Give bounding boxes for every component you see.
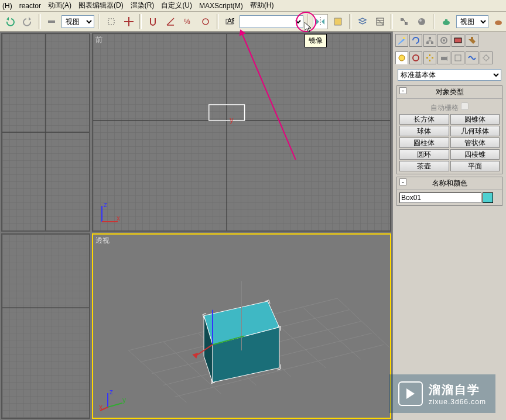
menu-bar: (H) reactor 动画(A) 图表编辑器(D) 渲染(R) 自定义(U) … <box>0 0 506 12</box>
svg-text:y: y <box>122 396 126 404</box>
geosphere-button[interactable]: 几何球体 <box>450 126 500 136</box>
svg-point-61 <box>399 55 405 61</box>
svg-rect-2 <box>108 19 114 25</box>
autogrid-checkbox[interactable] <box>461 102 469 110</box>
angle-snap-button[interactable] <box>163 14 178 29</box>
svg-text:x: x <box>117 214 120 222</box>
box-geometry <box>192 281 281 383</box>
tab-motion[interactable] <box>437 34 450 47</box>
svg-rect-57 <box>431 42 433 44</box>
undo-button[interactable] <box>2 14 18 29</box>
viewport-grid <box>2 235 89 418</box>
move-button[interactable] <box>121 14 136 29</box>
link-button[interactable] <box>45 14 60 29</box>
menu-item[interactable]: MAXScript(M) <box>199 2 243 10</box>
select-button[interactable] <box>104 14 119 29</box>
svg-point-11 <box>419 19 422 22</box>
color-swatch[interactable] <box>483 192 493 203</box>
selection-set-select[interactable] <box>240 15 303 28</box>
subtab-lights[interactable] <box>423 51 436 64</box>
torus-button[interactable]: 圆环 <box>399 149 449 160</box>
menu-item[interactable]: 渲染(R) <box>131 1 155 11</box>
menu-item[interactable]: 帮助(H) <box>250 1 274 11</box>
viewport-persp-label: 透视 <box>95 236 110 246</box>
tab-create[interactable] <box>395 34 408 47</box>
subtab-shapes[interactable] <box>409 51 422 64</box>
material-button[interactable] <box>414 14 429 29</box>
viewport-front[interactable]: 前 y z x <box>92 33 391 232</box>
view-select-2[interactable]: 视图 <box>456 15 489 28</box>
subtab-spacewarps[interactable] <box>466 51 478 64</box>
viewport-grid <box>2 34 89 230</box>
align-button[interactable] <box>330 14 346 29</box>
viewport-perspective[interactable]: 透视 <box>92 233 391 419</box>
svg-point-10 <box>418 18 425 25</box>
viewport-bottom-left[interactable] <box>1 233 90 419</box>
name-color-rollout: - 名称和颜色 <box>396 177 502 206</box>
svg-rect-8 <box>401 18 404 21</box>
menu-item[interactable]: 图表编辑器(D) <box>78 1 124 11</box>
collapse-icon[interactable]: - <box>399 87 406 94</box>
schematic-button[interactable] <box>396 14 412 29</box>
percent-snap-button[interactable]: % <box>180 14 196 29</box>
subtab-systems[interactable] <box>480 51 493 64</box>
rollout-header[interactable]: - 对象类型 <box>397 86 502 99</box>
geometry-category-select[interactable]: 标准基本体 <box>398 69 501 81</box>
watermark: 溜溜自学 zixue.3d66.com <box>389 374 495 413</box>
viewport-top-left[interactable] <box>1 33 90 232</box>
tab-utilities[interactable] <box>466 34 478 47</box>
svg-rect-60 <box>454 38 461 43</box>
cone-button[interactable]: 圆锥体 <box>450 114 500 125</box>
snap-button[interactable] <box>145 14 160 29</box>
watermark-title: 溜溜自学 <box>429 382 486 398</box>
pyramid-button[interactable]: 四棱锥 <box>450 149 500 160</box>
menu-item[interactable]: reactor <box>19 2 41 10</box>
svg-rect-55 <box>429 37 431 39</box>
main-toolbar: 视图 % ABC 视图 <box>0 12 506 32</box>
menu-item[interactable]: 动画(A) <box>48 1 71 11</box>
svg-line-39 <box>303 307 361 359</box>
named-sel-button[interactable]: ABC <box>223 14 238 29</box>
mirror-button[interactable] <box>313 14 328 29</box>
perspective-scene <box>93 235 390 418</box>
rollout-title: 对象类型 <box>436 88 464 96</box>
tab-display[interactable] <box>452 34 464 47</box>
spinner-snap-button[interactable] <box>198 14 213 29</box>
svg-line-40 <box>337 298 389 347</box>
svg-point-14 <box>495 20 502 25</box>
collapse-icon[interactable]: - <box>399 178 406 185</box>
command-panel-tabs <box>393 32 506 49</box>
axis-gizmo-icon: z y x <box>99 388 128 412</box>
plane-button[interactable]: 平面 <box>450 161 500 171</box>
tube-button[interactable]: 管状体 <box>450 137 500 148</box>
svg-point-12 <box>443 20 450 25</box>
render-button[interactable] <box>491 14 506 29</box>
viewport-grid: y <box>93 34 390 230</box>
subtab-helpers[interactable] <box>452 51 464 64</box>
svg-point-59 <box>443 39 445 42</box>
svg-text:ABC: ABC <box>227 17 234 25</box>
subtab-geometry[interactable] <box>395 51 408 64</box>
svg-rect-63 <box>441 57 446 60</box>
box-button[interactable]: 长方体 <box>399 114 449 125</box>
object-type-rollout: - 对象类型 自动栅格 长方体 圆锥体 球体 几何球体 圆柱体 管状体 圆环 四… <box>396 85 502 174</box>
svg-rect-56 <box>426 42 429 44</box>
tab-modify[interactable] <box>409 34 422 47</box>
subtab-cameras[interactable] <box>437 51 450 64</box>
teapot-button[interactable]: 茶壶 <box>399 161 449 171</box>
watermark-url: zixue.3d66.com <box>429 398 486 406</box>
rollout-header[interactable]: - 名称和颜色 <box>397 177 502 190</box>
object-name-input[interactable] <box>399 192 481 203</box>
menu-item[interactable]: (H) <box>2 2 12 10</box>
menu-item[interactable]: 自定义(U) <box>161 1 192 11</box>
curve-editor-button[interactable] <box>372 14 388 29</box>
view-select-1[interactable]: 视图 <box>61 15 94 28</box>
sphere-button[interactable]: 球体 <box>399 126 449 136</box>
cylinder-button[interactable]: 圆柱体 <box>399 137 449 148</box>
render-teapot-button[interactable] <box>439 14 454 29</box>
layer-button[interactable] <box>355 14 370 29</box>
redo-button[interactable] <box>20 14 35 29</box>
svg-rect-13 <box>445 19 447 21</box>
svg-text:x: x <box>99 403 102 411</box>
tab-hierarchy[interactable] <box>423 34 436 47</box>
